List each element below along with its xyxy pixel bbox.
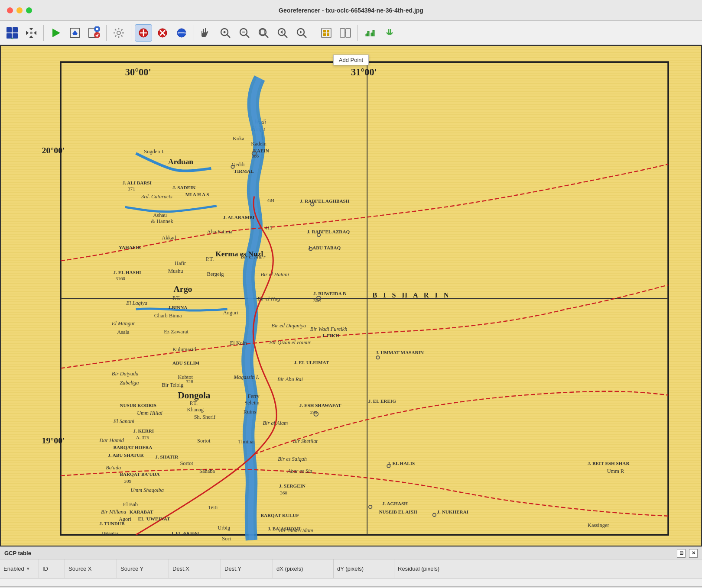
svg-line-34 xyxy=(284,35,287,38)
separator-4 xyxy=(194,25,194,41)
svg-rect-38 xyxy=(323,30,326,32)
svg-point-13 xyxy=(96,28,98,30)
svg-text:Umm R: Umm R xyxy=(607,468,624,474)
svg-rect-43 xyxy=(346,29,351,37)
svg-text:Bir el Hag: Bir el Hag xyxy=(257,296,280,302)
svg-text:J. RABI'EL AGHBASH: J. RABI'EL AGHBASH xyxy=(300,198,350,204)
svg-rect-40 xyxy=(323,33,326,36)
svg-text:Ez Zawarat: Ez Zawarat xyxy=(164,329,188,335)
svg-text:J. ABU TABAQ: J. ABU TABAQ xyxy=(308,245,341,250)
col-dx[interactable]: dX (pixels) xyxy=(273,559,334,578)
svg-text:Ruins: Ruins xyxy=(244,409,256,415)
maximize-button[interactable] xyxy=(26,7,32,13)
zoom-in-button[interactable] xyxy=(217,24,234,42)
link-views-button[interactable] xyxy=(337,24,354,42)
col-residual[interactable]: Residual (pixels) xyxy=(394,559,702,578)
svg-text:Kassinger: Kassinger xyxy=(588,522,609,528)
svg-text:J. TUNDUB: J. TUNDUB xyxy=(99,521,125,526)
col-source-y[interactable]: Source Y xyxy=(117,559,169,578)
zoom-prev-button[interactable] xyxy=(274,24,291,42)
svg-rect-37 xyxy=(322,28,331,38)
svg-text:Magassin I.: Magassin I. xyxy=(233,374,259,380)
svg-text:P.T.: P.T. xyxy=(172,295,180,301)
settings-button[interactable] xyxy=(110,24,127,42)
svg-text:J. ALI BARSI: J. ALI BARSI xyxy=(123,180,152,185)
pan-button[interactable] xyxy=(198,24,215,42)
svg-text:J. KERRI: J. KERRI xyxy=(133,428,154,433)
svg-text:Daleidas: Daleidas xyxy=(101,530,118,536)
svg-text:B I S H A R I N: B I S H A R I N xyxy=(373,291,451,299)
svg-text:Kulumesid: Kulumesid xyxy=(172,346,196,352)
gcp-restore-button[interactable]: ⊡ xyxy=(677,549,686,558)
svg-text:328: 328 xyxy=(186,379,193,384)
col-id[interactable]: ID xyxy=(39,559,65,578)
add-gcp-button[interactable]: + xyxy=(3,24,21,42)
export-arrows-button[interactable] xyxy=(380,24,398,42)
close-button[interactable] xyxy=(7,7,13,13)
zoom-window-button[interactable] xyxy=(255,24,272,42)
svg-text:Abar es Sia: Abar es Sia xyxy=(287,468,312,474)
window-controls xyxy=(7,7,32,13)
svg-text:J. BEIT ESH SHAR: J. BEIT ESH SHAR xyxy=(588,461,630,466)
histogram-button[interactable] xyxy=(361,24,379,42)
svg-text:Timinar: Timinar xyxy=(238,439,255,445)
svg-text:+: + xyxy=(11,36,13,39)
svg-text:El Bab: El Bab xyxy=(123,501,138,507)
svg-text:366: 366 xyxy=(251,153,259,158)
svg-text:J. ALARAMBI: J. ALARAMBI xyxy=(223,215,255,220)
add-point-button[interactable] xyxy=(135,24,152,42)
svg-text:Seleim: Seleim xyxy=(244,400,260,406)
col-dest-x[interactable]: Dest.X xyxy=(169,559,221,578)
svg-point-5 xyxy=(30,32,32,34)
full-extent-button[interactable] xyxy=(318,24,335,42)
svg-text:BARQAT BA'UDA: BARQAT BA'UDA xyxy=(120,472,159,477)
svg-text:EL 'UWEINAT: EL 'UWEINAT xyxy=(138,516,170,521)
svg-text:J. UMMAT MASARIN: J. UMMAT MASARIN xyxy=(376,350,424,355)
svg-text:A. 375: A. 375 xyxy=(136,435,150,440)
svg-text:Sahaba: Sahaba xyxy=(199,468,215,474)
svg-rect-0 xyxy=(6,27,12,32)
export-button[interactable] xyxy=(66,24,84,42)
enabled-dropdown-arrow[interactable]: ▼ xyxy=(26,566,30,571)
zoom-next-button[interactable] xyxy=(293,24,310,42)
svg-text:Sortot: Sortot xyxy=(180,460,193,466)
move-point-button[interactable] xyxy=(173,24,190,42)
col-source-x[interactable]: Source X xyxy=(65,559,117,578)
svg-line-32 xyxy=(265,35,268,38)
window-title: Georeferencer - txu-oclc-6654394-ne-36-4… xyxy=(279,7,423,14)
svg-text:Bir Qizan el Hamir: Bir Qizan el Hamir xyxy=(269,339,311,346)
col-dest-y[interactable]: Dest.Y xyxy=(221,559,273,578)
map-container[interactable]: Add Point 30°00' 31°00' 20°00' 19°00' Wa… xyxy=(0,45,702,546)
status-bar: Source xyxy=(0,586,702,588)
svg-text:415: 415 xyxy=(265,225,272,230)
svg-text:Dongola: Dongola xyxy=(178,390,210,401)
map-svg: 30°00' 31°00' 20°00' 19°00' Wadi Haifa A… xyxy=(1,46,701,546)
svg-line-36 xyxy=(303,35,306,38)
svg-text:Dar Hamid: Dar Hamid xyxy=(99,437,124,443)
svg-text:Akkad: Akkad xyxy=(162,235,176,241)
gcp-close-button[interactable]: ✕ xyxy=(689,549,698,558)
svg-text:J. ABU SHATUR: J. ABU SHATUR xyxy=(108,452,144,458)
gcp-table-header: Enabled ▼ ID Source X Source Y Dest.X De… xyxy=(0,559,702,578)
delete-point-button[interactable] xyxy=(154,24,171,42)
minimize-button[interactable] xyxy=(16,7,23,13)
svg-text:J.BINNA: J.BINNA xyxy=(168,305,187,310)
svg-text:J. NUKHERAI: J. NUKHERAI xyxy=(437,509,469,514)
svg-point-182 xyxy=(369,505,372,508)
col-enabled[interactable]: Enabled ▼ xyxy=(0,559,39,578)
svg-text:Argo: Argo xyxy=(174,284,192,294)
svg-rect-1 xyxy=(13,27,18,32)
separator-6 xyxy=(358,25,358,41)
svg-text:360: 360 xyxy=(280,490,287,495)
move-gcp-button[interactable] xyxy=(23,24,40,42)
svg-text:ABU SELIM: ABU SELIM xyxy=(172,360,200,365)
col-dy[interactable]: dY (pixels) xyxy=(334,559,394,578)
zoom-out-button[interactable] xyxy=(236,24,253,42)
load-points-button[interactable] xyxy=(85,24,103,42)
svg-text:P.T.: P.T. xyxy=(190,400,198,406)
svg-text:Bir al Alam: Bir al Alam xyxy=(263,420,288,426)
svg-text:Ferry: Ferry xyxy=(248,393,260,399)
run-button[interactable] xyxy=(47,24,65,42)
svg-text:Bir Daiyuda: Bir Daiyuda xyxy=(112,371,139,377)
toolbar: + xyxy=(0,21,702,45)
